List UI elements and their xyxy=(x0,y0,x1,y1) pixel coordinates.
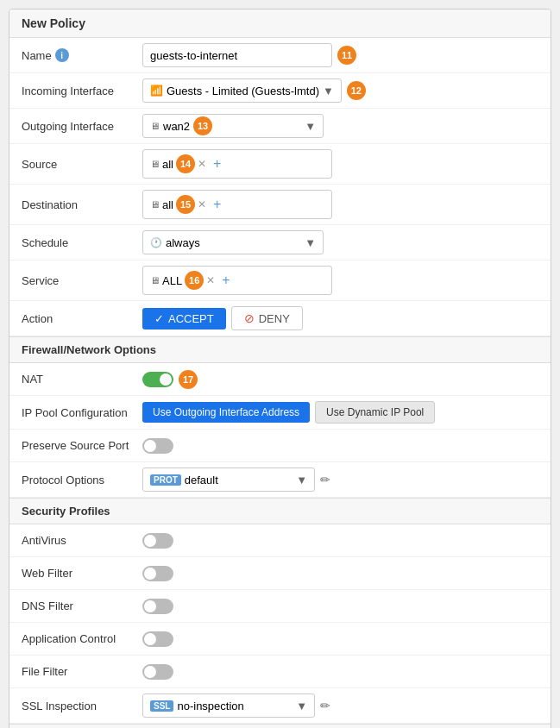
dns-filter-row: DNS Filter xyxy=(9,590,551,623)
ip-pool-row: IP Pool Configuration Use Outgoing Inter… xyxy=(9,396,551,430)
check-icon: ✓ xyxy=(154,312,164,325)
schedule-select[interactable]: 🕐 always ▼ xyxy=(142,230,324,254)
destination-row: Destination 🖥 all 15 ✕ + xyxy=(9,185,551,225)
dns-filter-label: DNS Filter xyxy=(22,599,142,612)
app-control-label: Application Control xyxy=(22,632,142,645)
service-icon: 🖥 xyxy=(150,275,160,286)
deny-icon: ⊘ xyxy=(244,311,255,325)
service-add-button[interactable]: + xyxy=(222,273,230,288)
incoming-interface-label: Incoming Interface xyxy=(22,85,142,97)
incoming-interface-control: 📶 Guests - Limited (Guests-lmtd) ▼ 12 xyxy=(142,78,538,103)
accept-button[interactable]: ✓ ACCEPT xyxy=(142,308,226,329)
nat-row: NAT 17 xyxy=(9,363,551,396)
action-label: Action xyxy=(22,312,142,325)
logging-section-header: Logging Options xyxy=(9,724,551,728)
preserve-source-control xyxy=(142,438,538,454)
action-row: Action ✓ ACCEPT ⊘ DENY xyxy=(9,301,551,336)
service-badge: 16 xyxy=(185,271,204,290)
nat-toggle[interactable] xyxy=(142,372,173,387)
source-label: Source xyxy=(22,158,142,171)
schedule-arrow-icon: ▼ xyxy=(305,236,316,249)
service-control: 🖥 ALL 16 ✕ + xyxy=(142,266,538,295)
service-close-icon[interactable]: ✕ xyxy=(206,274,215,286)
outgoing-interface-control: 🖥 wan2 13 ▼ xyxy=(142,114,538,138)
file-filter-toggle[interactable] xyxy=(142,664,173,680)
ssl-inspection-row: SSL Inspection SSL no-inspection ▼ ✏ xyxy=(9,688,551,724)
ip-pool-option2-button[interactable]: Use Dynamic IP Pool xyxy=(315,401,435,424)
name-control: 11 xyxy=(142,43,538,67)
ssl-inspection-label: SSL Inspection xyxy=(22,700,142,712)
destination-label: Destination xyxy=(22,198,142,211)
dns-filter-toggle[interactable] xyxy=(142,599,173,614)
destination-add-button[interactable]: + xyxy=(213,197,221,212)
ip-pool-control: Use Outgoing Interface Address Use Dynam… xyxy=(142,401,538,424)
preserve-source-toggle[interactable] xyxy=(142,438,173,454)
source-row: Source 🖥 all 14 ✕ + xyxy=(9,144,551,185)
schedule-icon: 🕐 xyxy=(150,237,162,248)
form-body: Name i 11 Incoming Interface 📶 Guests - … xyxy=(9,38,551,728)
destination-close-icon[interactable]: ✕ xyxy=(198,198,206,210)
web-filter-toggle[interactable] xyxy=(142,566,173,581)
name-badge: 11 xyxy=(337,46,356,65)
source-tag-box[interactable]: 🖥 all 14 ✕ + xyxy=(142,149,332,179)
info-icon: i xyxy=(55,48,69,62)
protocol-row: Protocol Options PROT default ▼ ✏ xyxy=(9,462,551,498)
web-filter-control xyxy=(142,566,538,581)
ssl-edit-icon[interactable]: ✏ xyxy=(320,699,330,712)
nat-label: NAT xyxy=(22,373,142,386)
source-control: 🖥 all 14 ✕ + xyxy=(142,149,538,179)
source-add-button[interactable]: + xyxy=(213,156,221,172)
dropdown-arrow-icon2: ▼ xyxy=(305,120,316,133)
policy-panel: New Policy Name i 11 Incoming Interface … xyxy=(9,9,551,728)
protocol-control: PROT default ▼ ✏ xyxy=(142,468,538,492)
protocol-label: Protocol Options xyxy=(22,474,142,486)
panel-header: New Policy xyxy=(9,9,551,38)
destination-control: 🖥 all 15 ✕ + xyxy=(142,190,538,219)
outgoing-interface-label: Outgoing Interface xyxy=(22,120,142,133)
security-section-header: Security Profiles xyxy=(9,498,551,524)
dest-icon: 🖥 xyxy=(150,199,160,210)
file-filter-control xyxy=(142,664,538,680)
app-control-control xyxy=(142,631,538,647)
protocol-select[interactable]: PROT default ▼ xyxy=(142,468,315,492)
outgoing-interface-select[interactable]: 🖥 wan2 13 ▼ xyxy=(142,114,324,138)
protocol-edit-icon[interactable]: ✏ xyxy=(320,473,330,486)
antivirus-toggle[interactable] xyxy=(142,533,173,549)
prot-badge: PROT xyxy=(150,474,181,486)
service-tag-all: 🖥 ALL 16 ✕ xyxy=(150,271,215,290)
preserve-source-label: Preserve Source Port xyxy=(22,439,142,452)
service-label: Service xyxy=(22,274,142,287)
incoming-interface-select[interactable]: 📶 Guests - Limited (Guests-lmtd) ▼ xyxy=(142,78,342,103)
name-label: Name i xyxy=(22,48,142,62)
name-input[interactable] xyxy=(142,43,332,67)
app-control-toggle[interactable] xyxy=(142,631,173,647)
schedule-control: 🕐 always ▼ xyxy=(142,230,538,254)
incoming-interface-badge: 12 xyxy=(347,81,366,100)
destination-tag-box[interactable]: 🖥 all 15 ✕ + xyxy=(142,190,332,219)
source-close-icon[interactable]: ✕ xyxy=(198,158,206,170)
interface-icon: 🖥 xyxy=(150,121,160,131)
outgoing-interface-row: Outgoing Interface 🖥 wan2 13 ▼ xyxy=(9,109,551,144)
source-tag-all: 🖥 all 14 ✕ xyxy=(150,154,206,173)
source-badge: 14 xyxy=(176,154,195,173)
outgoing-interface-badge: 13 xyxy=(193,116,212,135)
wifi-icon: 📶 xyxy=(150,85,163,97)
deny-button[interactable]: ⊘ DENY xyxy=(231,306,303,330)
antivirus-row: AntiVirus xyxy=(9,524,551,557)
schedule-label: Schedule xyxy=(22,236,142,249)
app-control-row: Application Control xyxy=(9,623,551,656)
ssl-arrow-icon: ▼ xyxy=(296,700,307,712)
ip-pool-label: IP Pool Configuration xyxy=(22,406,142,419)
ssl-inspection-select[interactable]: SSL no-inspection ▼ xyxy=(142,693,315,718)
name-row: Name i 11 xyxy=(9,38,551,73)
protocol-arrow-icon: ▼ xyxy=(296,474,307,486)
nat-control: 17 xyxy=(142,370,538,389)
file-filter-row: File Filter xyxy=(9,656,551,688)
dns-filter-control xyxy=(142,599,538,614)
web-filter-row: Web Filter xyxy=(9,557,551,590)
destination-tag-all: 🖥 all 15 ✕ xyxy=(150,195,206,214)
service-tag-box[interactable]: 🖥 ALL 16 ✕ + xyxy=(142,266,332,295)
nat-badge: 17 xyxy=(179,370,198,389)
incoming-interface-row: Incoming Interface 📶 Guests - Limited (G… xyxy=(9,73,551,109)
ip-pool-option1-button[interactable]: Use Outgoing Interface Address xyxy=(142,402,310,423)
